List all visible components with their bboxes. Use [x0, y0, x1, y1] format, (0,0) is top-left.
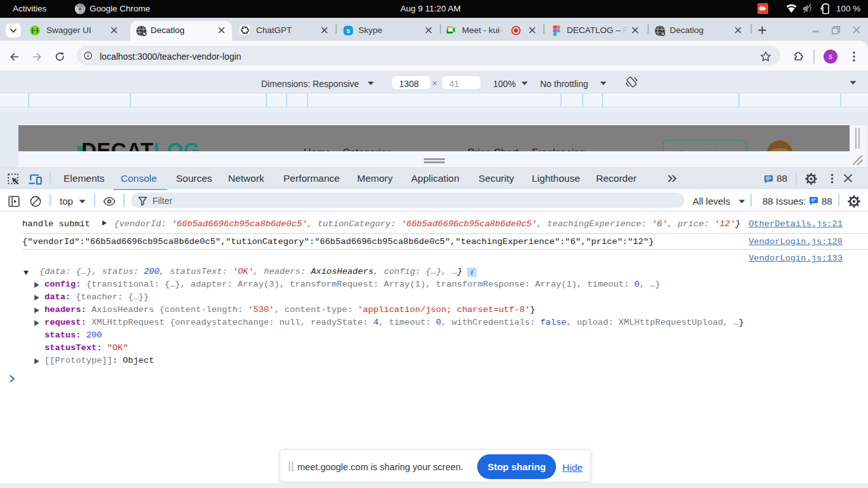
svg-text:S: S — [346, 27, 351, 34]
